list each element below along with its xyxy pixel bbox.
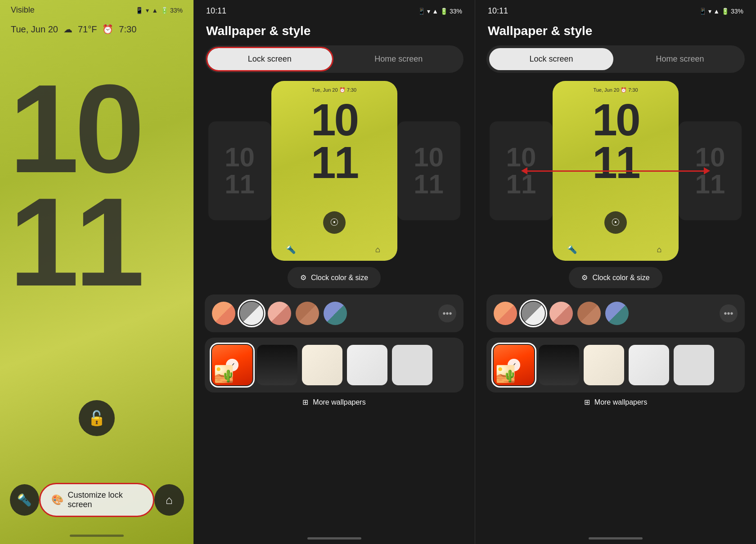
wallpaper-thumb-3[interactable]	[302, 345, 342, 385]
wallpaper-thumb-4[interactable]	[347, 345, 387, 385]
mid-preview-min: 11	[311, 141, 357, 184]
right-status-time: 10:11	[488, 6, 508, 16]
wifi-icon: ▾	[427, 8, 430, 15]
visible-label: Visible	[11, 5, 35, 15]
customize-lock-screen-button[interactable]: 🎨 Customize lock screen	[39, 483, 155, 517]
swatch-peach[interactable]	[212, 302, 235, 325]
mid-phone-main-preview[interactable]: Tue, Jun 20 ⏰ 7:30 10 11 ☉ 🔦 ⌂	[271, 81, 397, 261]
alarm-icon: ⏰	[102, 24, 113, 35]
wallpaper-thumb-1[interactable]: ✓	[212, 345, 252, 385]
left-status-bar: Visible 📱 ▾ ▲ 🔋 33%	[0, 0, 194, 20]
wifi-icon: ▾	[146, 7, 149, 14]
right-wallpaper-thumb-5[interactable]	[674, 345, 714, 385]
right-tab-bar: Lock screen Home screen	[486, 45, 745, 73]
mid-fingerprint-icon: ☉	[323, 211, 346, 234]
right-wallpaper-thumb-4[interactable]	[629, 345, 669, 385]
signal-icon: ▲	[432, 8, 438, 15]
tab-lock-screen[interactable]: Lock screen	[207, 48, 332, 70]
right-preview-min: 11	[592, 141, 639, 184]
mid-side-right-number: 10 11	[414, 144, 444, 198]
mid-more-wallpapers-button[interactable]: ⊞ More wallpapers	[302, 398, 365, 406]
phone-icon: 📱	[699, 8, 706, 15]
right-preview-date: Tue, Jun 20 ⏰ 7:30	[593, 87, 638, 93]
home-button[interactable]: ⌂	[154, 484, 184, 516]
alarm-time: 7:30	[119, 24, 136, 35]
left-bottom-bar: 🔦 🎨 Customize lock screen ⌂	[10, 483, 184, 517]
right-wallpaper-thumb-1[interactable]: ✓	[494, 345, 534, 385]
right-fingerprint-icon: ☉	[604, 211, 627, 234]
right-swatch-brown[interactable]	[577, 302, 601, 325]
right-side-right-number: 10 11	[695, 144, 725, 198]
unlock-button[interactable]: 🔓	[79, 400, 115, 436]
date-text: Tue, Jun 20	[11, 24, 58, 35]
right-phone-main-preview[interactable]: Tue, Jun 20 ⏰ 7:30 10 11 ☉ 🔦 ⌂	[553, 81, 679, 261]
signal-icon: ▲	[152, 7, 158, 14]
phone-icon: 📱	[135, 7, 143, 14]
right-preview-hour: 10	[592, 98, 639, 141]
flashlight-icon: 🔦	[17, 493, 32, 507]
unlock-icon: 🔓	[88, 410, 106, 427]
right-wallpaper-thumb-2[interactable]	[539, 345, 579, 385]
flashlight-button[interactable]: 🔦	[10, 484, 39, 516]
gear-icon: ⚙	[581, 273, 588, 282]
home-icon: ⌂	[166, 493, 173, 507]
right-swatch-blue-green[interactable]	[605, 302, 629, 325]
signal-icon: ▲	[713, 8, 720, 15]
right-more-wallpapers-label: More wallpapers	[594, 398, 647, 406]
swatch-more-button[interactable]: •••	[438, 304, 456, 322]
left-clock-big: 10 11	[9, 72, 140, 299]
mid-phone-right-preview: 10 11	[397, 121, 460, 220]
right-tab-home-screen[interactable]: Home screen	[618, 48, 742, 70]
mid-page-title: Wallpaper & style	[194, 22, 475, 45]
swatch-pink[interactable]	[268, 302, 291, 325]
right-side-left-number: 10 11	[506, 144, 536, 198]
mid-more-wallpapers-label: More wallpapers	[313, 398, 365, 406]
tab-home-screen[interactable]: Home screen	[337, 48, 461, 70]
mid-preview-home-icon: ⌂	[371, 243, 385, 256]
right-preview-bottom-icons: 🔦 ⌂	[565, 243, 666, 256]
phone-icon: 📱	[418, 8, 425, 15]
swatch-blue-green[interactable]	[324, 302, 347, 325]
wallpaper-thumb-2[interactable]	[257, 345, 297, 385]
right-swatch-pink[interactable]	[549, 302, 573, 325]
mid-clock-color-label: Clock color & size	[311, 274, 368, 282]
left-panel: Visible 📱 ▾ ▲ 🔋 33% Tue, Jun 20 ☁ 71°F ⏰…	[0, 0, 194, 544]
right-wallpaper-thumb-3[interactable]	[584, 345, 624, 385]
swatch-brown[interactable]	[296, 302, 319, 325]
right-more-wallpapers-button[interactable]: ⊞ More wallpapers	[584, 398, 647, 406]
right-preview-flashlight-icon: 🔦	[565, 243, 579, 256]
mid-status-bar: 10:11 📱 ▾ ▲ 🔋 33%	[194, 0, 475, 22]
right-phone-preview-container: 10 11 Tue, Jun 20 ⏰ 7:30 10 11 ☉ 🔦 ⌂ 10 …	[486, 81, 745, 261]
right-more-wallpapers-icon: ⊞	[584, 398, 590, 406]
right-preview-clock: 10 11	[592, 98, 639, 184]
right-tab-lock-screen[interactable]: Lock screen	[489, 48, 613, 70]
right-swatch-gray[interactable]	[522, 302, 545, 325]
middle-panel: 10:11 📱 ▾ ▲ 🔋 33% Wallpaper & style Lock…	[194, 0, 475, 544]
right-selected-checkmark: ✓	[508, 359, 520, 371]
palette-icon: 🎨	[51, 494, 63, 506]
right-status-icons: 📱 ▾ ▲ 🔋 33%	[699, 8, 743, 15]
right-swatch-more-button[interactable]: •••	[720, 304, 738, 322]
battery-label: 🔋 33%	[721, 8, 743, 15]
mid-preview-bottom-icons: 🔦 ⌂	[284, 243, 385, 256]
wallpaper-thumb-5[interactable]	[392, 345, 432, 385]
left-date-row: Tue, Jun 20 ☁ 71°F ⏰ 7:30	[0, 20, 194, 38]
mid-preview-flashlight-icon: 🔦	[284, 243, 297, 256]
clock-hour: 10	[9, 72, 140, 185]
swatch-gray[interactable]	[240, 302, 263, 325]
right-home-indicator	[589, 537, 643, 540]
battery-label: 🔋 33%	[440, 8, 462, 15]
mid-status-time: 10:11	[206, 6, 226, 16]
wifi-icon: ▾	[708, 8, 711, 15]
temp-text: 71°F	[78, 24, 97, 35]
mid-clock-color-button[interactable]: ⚙ Clock color & size	[288, 267, 381, 288]
right-swatch-peach[interactable]	[494, 302, 517, 325]
mid-preview-clock: 10 11	[311, 98, 357, 184]
mid-color-swatches: •••	[205, 294, 464, 332]
more-wallpapers-icon: ⊞	[302, 398, 308, 406]
mid-wallpapers-row: ✓	[205, 338, 464, 392]
mid-home-indicator	[307, 537, 361, 540]
mid-status-icons: 📱 ▾ ▲ 🔋 33%	[418, 8, 462, 15]
right-clock-color-button[interactable]: ⚙ Clock color & size	[569, 267, 662, 288]
right-phone-left-preview: 10 11	[490, 121, 553, 220]
